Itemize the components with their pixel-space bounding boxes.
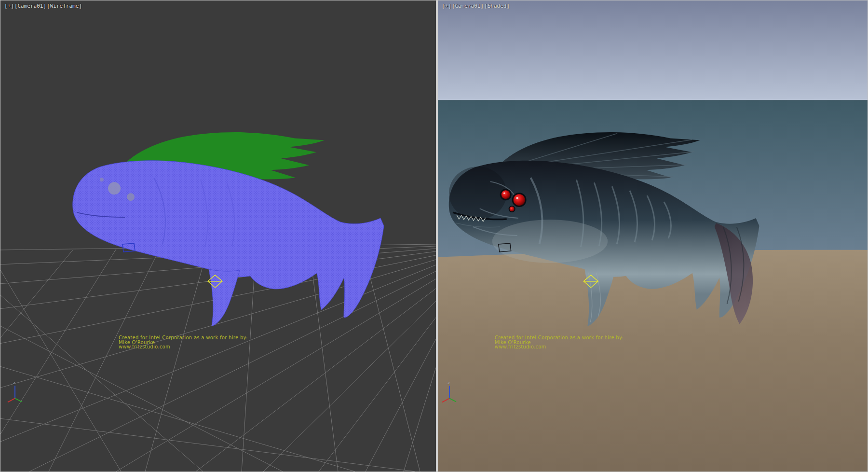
viewport-pov-menu[interactable]: [Camera01] bbox=[452, 3, 484, 9]
credit-line3: www.fritzstudio.com bbox=[495, 344, 546, 349]
sky bbox=[438, 0, 868, 100]
viewport-shading-menu[interactable]: [Wireframe] bbox=[47, 3, 82, 9]
viewport-pov-menu[interactable]: [Camera01] bbox=[14, 3, 46, 9]
eye bbox=[502, 190, 510, 199]
belly-highlight bbox=[492, 220, 608, 263]
eye-spot bbox=[127, 193, 135, 201]
viewport-wireframe[interactable]: [+][Camera01][Wireframe] bbox=[0, 0, 436, 472]
viewport-label-left: [+][Camera01][Wireframe] bbox=[4, 3, 82, 9]
viewport-shading-menu[interactable]: [Shaded] bbox=[484, 3, 510, 9]
dual-viewport-window: [+][Camera01][Wireframe] bbox=[0, 0, 868, 472]
head-shadow bbox=[449, 167, 507, 220]
eye-spot bbox=[108, 182, 121, 194]
viewport-label-right: [+][Camera01][Shaded] bbox=[442, 3, 510, 9]
wireframe-canvas[interactable]: Created for Intel Corporation as a work … bbox=[0, 0, 436, 472]
credit-line3: www.fritzstudio.com bbox=[119, 344, 170, 349]
eye bbox=[510, 207, 515, 211]
eye bbox=[514, 194, 525, 206]
viewport-shaded[interactable]: [+][Camera01][Shaded] bbox=[438, 0, 868, 472]
eye-spot bbox=[100, 178, 104, 181]
axis-z-label: z bbox=[13, 380, 15, 385]
viewport-general-menu[interactable]: [+] bbox=[4, 3, 14, 9]
shaded-canvas[interactable]: Created for Intel Corporation as a work … bbox=[438, 0, 868, 472]
viewport-general-menu[interactable]: [+] bbox=[442, 3, 451, 9]
axis-z-label: z bbox=[448, 380, 450, 385]
